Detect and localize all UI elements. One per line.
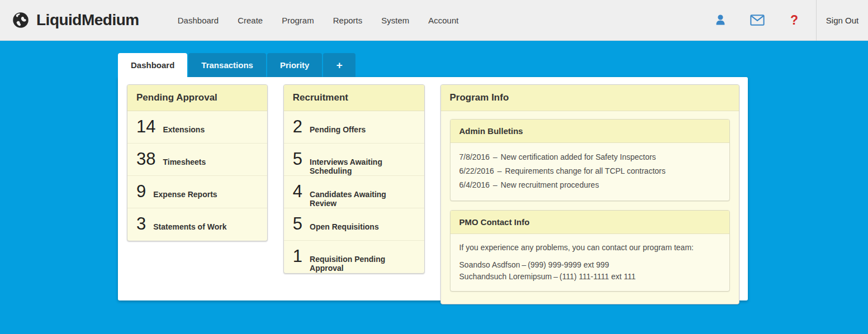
program-info-body: Admin Bulletins 7/8/2016–New certificati… bbox=[441, 111, 739, 304]
admin-bulletins-subcard: Admin Bulletins 7/8/2016–New certificati… bbox=[450, 119, 730, 201]
recruitment-title: Recruitment bbox=[284, 85, 424, 111]
stat-label: Open Requisitions bbox=[310, 222, 379, 231]
nav-item-reports[interactable]: Reports bbox=[324, 0, 372, 41]
stat-label: Pending Offers bbox=[310, 125, 366, 134]
pending-approval-card: Pending Approval 14 Extensions 38 Timesh… bbox=[127, 84, 268, 241]
top-navbar: LiquidMedium Dashboard Create Program Re… bbox=[0, 0, 868, 41]
stat-count: 5 bbox=[293, 149, 302, 169]
bulletin-item: 6/4/2016–New recruitment procedures bbox=[459, 178, 720, 192]
brand-logo-group[interactable]: LiquidMedium bbox=[0, 11, 139, 29]
stat-row-timesheets[interactable]: 38 Timesheets bbox=[127, 144, 267, 176]
stat-label: Requisition Pending Approval bbox=[310, 255, 415, 273]
admin-bulletins-list: 7/8/2016–New certification added for Saf… bbox=[450, 143, 729, 201]
stat-count: 3 bbox=[136, 214, 146, 234]
stat-count: 38 bbox=[136, 149, 155, 169]
bulletin-date: 7/8/2016 bbox=[459, 152, 490, 161]
program-info-card: Program Info Admin Bulletins 7/8/2016–Ne… bbox=[440, 84, 739, 304]
stat-label: Timesheets bbox=[163, 158, 206, 166]
pending-approval-title: Pending Approval bbox=[127, 85, 267, 111]
bulletin-date: 6/4/2016 bbox=[459, 180, 490, 189]
contact-name: Suchandsuch Loremipsum bbox=[459, 272, 552, 281]
bulletin-item: 7/8/2016–New certification added for Saf… bbox=[459, 150, 720, 164]
bulletin-text: New certification added for Safety Inspe… bbox=[501, 152, 656, 161]
pmo-contact-body: If you experience any problems, you can … bbox=[450, 234, 729, 291]
bulletin-separator: – bbox=[490, 180, 501, 189]
bulletin-separator: – bbox=[494, 166, 505, 175]
stat-row-pending-offers[interactable]: 2 Pending Offers bbox=[284, 111, 424, 144]
nav-item-program[interactable]: Program bbox=[272, 0, 324, 41]
stat-label: Interviews Awaiting Scheduling bbox=[310, 158, 415, 175]
nav-item-dashboard[interactable]: Dashboard bbox=[168, 0, 228, 41]
contact-item: Suchandsuch Loremipsum–(111) 111-1111 ex… bbox=[459, 271, 720, 283]
main-content: Dashboard Transactions Priority + Pendin… bbox=[118, 53, 748, 300]
stat-count: 9 bbox=[136, 182, 146, 202]
sign-out-section: Sign Out bbox=[816, 0, 868, 41]
contact-phone: (999) 999-9999 ext 999 bbox=[528, 260, 609, 269]
stat-row-open-requisitions[interactable]: 5 Open Requisitions bbox=[284, 208, 424, 241]
bulletin-text: New recruitment procedures bbox=[501, 180, 599, 189]
sign-out-button[interactable]: Sign Out bbox=[826, 16, 858, 25]
stat-row-requisition-pending-approval[interactable]: 1 Requisition Pending Approval bbox=[284, 241, 424, 273]
contact-item: Soandso Asdfson–(999) 999-9999 ext 999 bbox=[459, 259, 720, 271]
bulletin-separator: – bbox=[490, 152, 501, 161]
tab-priority[interactable]: Priority bbox=[267, 53, 322, 77]
contact-separator: – bbox=[520, 260, 528, 269]
pmo-contact-intro: If you experience any problems, you can … bbox=[459, 241, 720, 254]
stat-count: 5 bbox=[293, 214, 302, 234]
contact-separator: – bbox=[552, 272, 559, 281]
stat-row-interviews-awaiting-scheduling[interactable]: 5 Interviews Awaiting Scheduling bbox=[284, 144, 424, 176]
tab-dashboard[interactable]: Dashboard bbox=[118, 53, 187, 77]
main-nav: Dashboard Create Program Reports System … bbox=[168, 0, 468, 41]
nav-item-system[interactable]: System bbox=[372, 0, 419, 41]
user-profile-icon[interactable] bbox=[713, 13, 728, 27]
nav-item-account[interactable]: Account bbox=[419, 0, 468, 41]
pmo-contact-subcard: PMO Contact Info If you experience any p… bbox=[450, 210, 730, 292]
contact-phone: (111) 111-1111 ext 111 bbox=[559, 272, 635, 281]
dashboard-panel: Pending Approval 14 Extensions 38 Timesh… bbox=[118, 77, 748, 300]
help-icon[interactable]: ? bbox=[787, 13, 801, 27]
messages-envelope-icon[interactable] bbox=[750, 13, 765, 27]
program-info-title: Program Info bbox=[441, 85, 739, 111]
stat-label: Candidates Awaiting Review bbox=[310, 190, 415, 208]
stat-count: 4 bbox=[293, 182, 302, 202]
question-mark-glyph: ? bbox=[790, 14, 798, 27]
stat-count: 2 bbox=[293, 117, 302, 137]
stat-row-candidates-awaiting-review[interactable]: 4 Candidates Awaiting Review bbox=[284, 176, 424, 208]
brand-title: LiquidMedium bbox=[36, 11, 139, 29]
header-icon-group: ? bbox=[713, 13, 801, 27]
bulletin-text: Requirements change for all TCPL contrac… bbox=[505, 166, 666, 175]
stat-label: Statements of Work bbox=[153, 222, 226, 231]
stat-row-expense-reports[interactable]: 9 Expense Reports bbox=[127, 176, 267, 208]
add-tab-button[interactable]: + bbox=[323, 53, 355, 77]
bulletin-item: 6/22/2016–Requirements change for all TC… bbox=[459, 164, 720, 178]
stat-label: Extensions bbox=[163, 125, 205, 134]
stat-row-extensions[interactable]: 14 Extensions bbox=[127, 111, 267, 144]
stat-count: 1 bbox=[293, 246, 302, 266]
stat-count: 14 bbox=[136, 117, 155, 137]
tab-transactions[interactable]: Transactions bbox=[188, 53, 266, 77]
contact-name: Soandso Asdfson bbox=[459, 260, 520, 269]
stat-row-statements-of-work[interactable]: 3 Statements of Work bbox=[127, 208, 267, 241]
globe-icon bbox=[12, 12, 29, 28]
admin-bulletins-title: Admin Bulletins bbox=[450, 120, 729, 143]
bulletin-date: 6/22/2016 bbox=[459, 166, 494, 175]
workspace-tabs: Dashboard Transactions Priority + bbox=[118, 53, 748, 77]
nav-item-create[interactable]: Create bbox=[228, 0, 272, 41]
stat-label: Expense Reports bbox=[153, 190, 217, 199]
recruitment-card: Recruitment 2 Pending Offers 5 Interview… bbox=[283, 84, 425, 274]
pmo-contact-title: PMO Contact Info bbox=[450, 211, 729, 234]
